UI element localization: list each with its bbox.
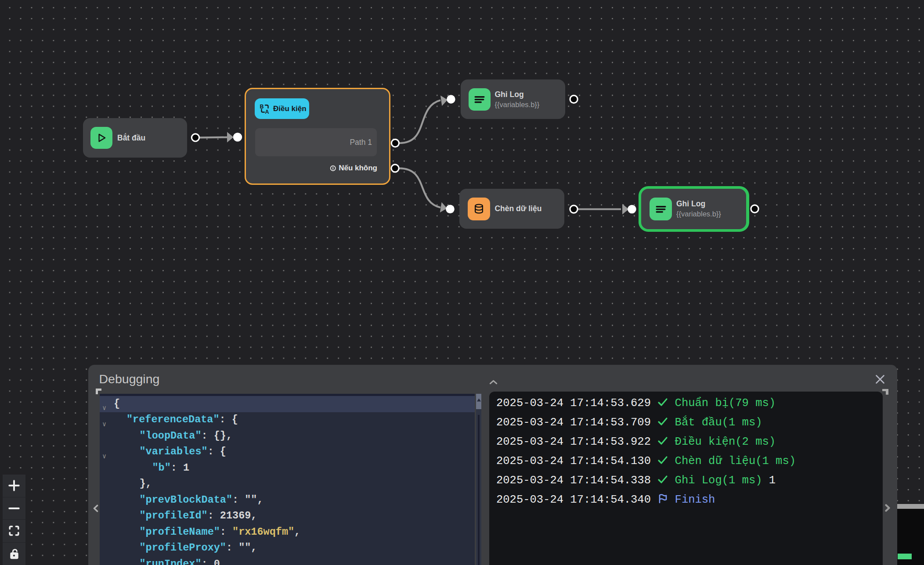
- svg-text:B: B: [260, 104, 264, 110]
- svg-text:A: A: [265, 108, 269, 114]
